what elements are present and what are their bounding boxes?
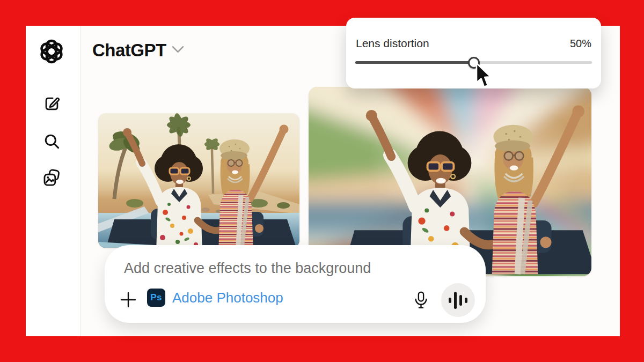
prompt-input[interactable]: Add creative effects to the background <box>124 260 371 277</box>
voice-mode-button[interactable] <box>441 283 475 317</box>
lens-distortion-label: Lens distortion <box>356 37 429 50</box>
library-icon[interactable] <box>42 168 61 187</box>
chevron-down-icon[interactable] <box>172 46 184 55</box>
slider-knob[interactable] <box>468 57 480 69</box>
new-chat-icon[interactable] <box>42 94 61 113</box>
microphone-icon[interactable] <box>411 290 430 311</box>
slider-fill <box>355 61 474 64</box>
photoshop-icon[interactable]: Ps <box>147 289 165 307</box>
lens-distortion-value: 50% <box>570 38 591 50</box>
page-title[interactable]: ChatGPT <box>92 40 166 61</box>
openai-logo <box>39 39 64 64</box>
model-switcher[interactable]: ChatGPT <box>92 40 184 61</box>
composer-actions: Ps Adobe Photoshop <box>105 286 486 314</box>
lens-slider[interactable] <box>355 57 592 67</box>
plugin-chip-adobe-photoshop[interactable]: Ps Adobe Photoshop <box>147 289 283 307</box>
plugin-name[interactable]: Adobe Photoshop <box>172 290 283 306</box>
lens-distortion-panel: Lens distortion 50% <box>346 18 601 88</box>
plus-icon[interactable] <box>119 291 137 309</box>
marketing-frame: ChatGPT <box>0 0 644 362</box>
composer-bar: Add creative effects to the background P… <box>105 245 486 323</box>
original-photo[interactable] <box>98 113 299 248</box>
sidebar <box>26 26 81 336</box>
voice-mode-icon <box>449 298 451 303</box>
search-icon[interactable] <box>42 132 61 150</box>
slider-track[interactable] <box>355 61 592 64</box>
